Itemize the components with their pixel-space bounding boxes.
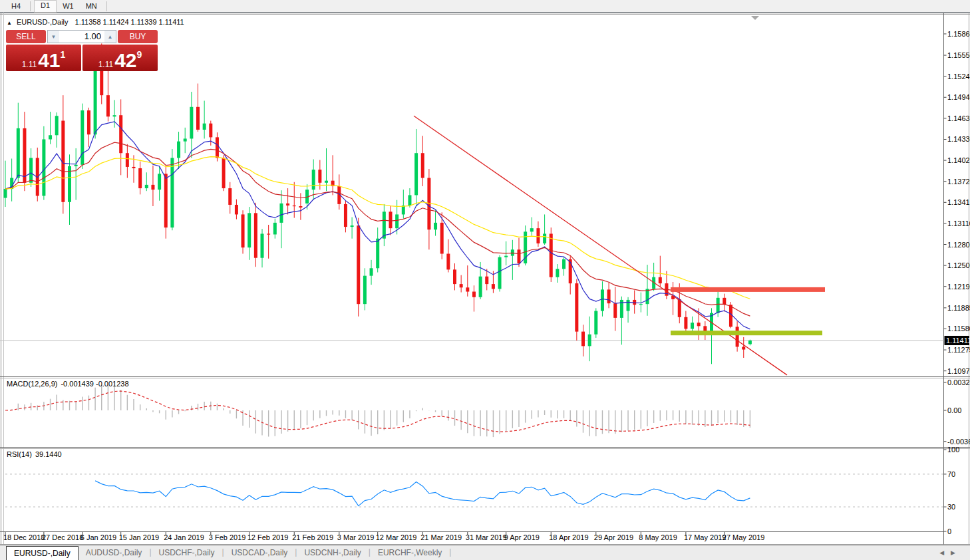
- rsi-levels: [5, 474, 944, 507]
- date-axis-label: 12 Mar 2019: [376, 533, 417, 541]
- candle: [299, 193, 302, 219]
- resistance-level-bar[interactable]: [671, 287, 825, 292]
- candle: [261, 229, 264, 267]
- candle: [247, 207, 251, 260]
- candle: [286, 188, 289, 214]
- candle: [613, 287, 617, 331]
- candle: [145, 172, 148, 191]
- toolbar-separator: [106, 1, 107, 11]
- volume-down-icon[interactable]: ▼: [48, 31, 59, 43]
- candle: [511, 240, 514, 280]
- sell-button[interactable]: SELL: [6, 30, 46, 43]
- candle: [254, 203, 257, 267]
- candle: [453, 263, 456, 290]
- candle: [671, 282, 675, 315]
- sell-price-button[interactable]: 1.11411: [6, 45, 81, 71]
- candle: [446, 239, 450, 273]
- candle: [376, 227, 379, 272]
- rsi-name: RSI(14): [7, 450, 32, 458]
- price-axis-label: 1.10970: [947, 367, 970, 375]
- candle: [279, 190, 283, 248]
- collapse-arrow-icon[interactable]: ▲: [7, 20, 12, 26]
- buy-price-button[interactable]: 1.11429: [82, 45, 158, 71]
- price-axis-label: 1.12805: [947, 241, 970, 249]
- descending-trendline[interactable]: [414, 116, 787, 375]
- one-click-trading-panel: SELL ▼ 1.00 ▲ BUY 1.11411 1.11429: [6, 30, 158, 71]
- candle: [472, 285, 476, 311]
- timeframe-d1-button[interactable]: D1: [34, 0, 57, 13]
- volume-spinner: ▼ 1.00 ▲: [47, 30, 116, 43]
- price-axis-label: 1.11580: [947, 325, 970, 333]
- rsi-line: [95, 481, 750, 506]
- volume-input[interactable]: 1.00: [59, 31, 104, 43]
- candle: [633, 290, 636, 313]
- candle: [138, 162, 142, 195]
- price-axis-label: 1.15245: [947, 72, 970, 80]
- candle: [684, 311, 687, 331]
- date-axis-label: 8 May 2019: [639, 533, 677, 541]
- candles: [4, 43, 752, 364]
- candle: [440, 212, 444, 259]
- candle: [466, 265, 469, 297]
- tab-eurusd-daily[interactable]: EURUSD-,Daily: [6, 546, 79, 560]
- sell-price-prefix: 1.11: [22, 61, 37, 69]
- buy-price-big: 42: [114, 53, 136, 69]
- macd-axis-label: 0.00: [947, 406, 961, 414]
- chart-canvas[interactable]: 1.158601.155501.152451.149401.146351.143…: [0, 13, 970, 545]
- timeframe-w1-button[interactable]: W1: [57, 1, 80, 12]
- date-axis-label: 24 Jan 2019: [164, 533, 204, 541]
- candle: [710, 308, 713, 364]
- rsi-axis: 10070300: [944, 446, 960, 535]
- macd-histogram: [5, 385, 750, 437]
- tab-separator: |: [449, 546, 451, 560]
- candle: [325, 148, 328, 191]
- tab-scroll-arrows[interactable]: ◀▶: [939, 546, 962, 560]
- candle: [536, 221, 540, 247]
- rsi-label: RSI(14)39.1440: [7, 450, 65, 458]
- macd-values: -0.001439 -0.001238: [61, 380, 128, 388]
- timeframe-h4-button[interactable]: H4: [5, 1, 27, 12]
- buy-button[interactable]: BUY: [118, 30, 158, 43]
- candle: [235, 200, 238, 219]
- candle: [620, 297, 623, 345]
- tab-scroll-right-icon[interactable]: ▶: [951, 549, 962, 556]
- tab-usdcnh-daily[interactable]: USDCNH-,Daily: [297, 546, 368, 560]
- rsi-axis-label: 100: [947, 446, 959, 454]
- candle: [331, 155, 335, 195]
- timeframe-toolbar: H4 D1 W1 MN: [0, 0, 970, 13]
- price-axis-label: 1.12195: [947, 283, 970, 291]
- support-level-bar[interactable]: [671, 331, 822, 335]
- price-axis-label: 1.14635: [947, 114, 970, 122]
- tab-audusd-daily[interactable]: AUDUSD-,Daily: [79, 546, 150, 560]
- tab-usdcad-daily[interactable]: USDCAD-,Daily: [224, 546, 295, 560]
- candle: [498, 255, 502, 292]
- date-axis-label: 3 Mar 2019: [337, 533, 375, 541]
- date-axis-label: 27 May 2019: [723, 533, 765, 541]
- candle: [196, 84, 200, 132]
- date-axis-label: 18 Apr 2019: [549, 533, 588, 541]
- chart-title: ▲EURUSD-,Daily1.11358 1.11424 1.11339 1.…: [7, 18, 184, 26]
- tab-usdchf-daily[interactable]: USDCHF-,Daily: [152, 546, 222, 560]
- candle: [659, 256, 662, 287]
- volume-up-icon[interactable]: ▲: [104, 31, 116, 43]
- candle: [575, 279, 578, 341]
- candle: [627, 297, 630, 323]
- candle: [370, 260, 373, 285]
- candle: [607, 283, 611, 308]
- chart-borders: [0, 13, 970, 545]
- rsi-axis-label: 30: [947, 503, 955, 511]
- macd-name: MACD(12,26,9): [7, 380, 57, 388]
- sell-price-sup: 1: [61, 50, 66, 59]
- candle: [126, 144, 129, 178]
- chart-tab-bar: EURUSD-,Daily AUDUSD-,Daily | USDCHF-,Da…: [0, 545, 970, 560]
- candle: [10, 159, 13, 202]
- macd-axis-label: -0.00365: [947, 438, 970, 446]
- candle: [736, 321, 739, 352]
- tab-eurchf-weekly[interactable]: EURCHF-,Weekly: [371, 546, 449, 560]
- candle: [228, 182, 232, 214]
- date-axis-label: 17 May 2019: [684, 533, 727, 541]
- candle: [119, 99, 122, 175]
- date-axis-label: 31 Mar 2019: [466, 533, 507, 541]
- tab-scroll-left-icon[interactable]: ◀: [939, 549, 951, 556]
- timeframe-mn-button[interactable]: MN: [80, 1, 103, 12]
